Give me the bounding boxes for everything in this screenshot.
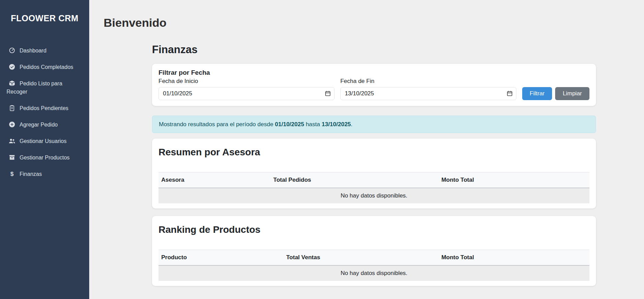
sidebar-item-pedidos-pendientes[interactable]: Pedidos Pendientes — [0, 100, 89, 117]
users-icon — [9, 137, 15, 144]
ranking-empty-message: No hay datos disponibles. — [159, 265, 589, 281]
table-row: No hay datos disponibles. — [159, 188, 589, 203]
summary-col-asesora: Asesora — [159, 172, 271, 188]
sidebar-item-label: Gestionar Usuarios — [20, 138, 67, 144]
dollar-icon: $ — [9, 170, 15, 178]
calendar-icon[interactable] — [506, 90, 513, 97]
summary-card-title: Resumen por Asesora — [159, 146, 589, 158]
plus-circle-icon — [9, 121, 15, 128]
sidebar-item-label: Dashboard — [20, 48, 46, 53]
sidebar-item-gestionar-productos[interactable]: Gestionar Productos — [0, 150, 89, 166]
sidebar-item-agregar-pedido[interactable]: Agregar Pedido — [0, 117, 89, 133]
box-open-icon — [9, 80, 15, 87]
clear-button[interactable]: Limpiar — [555, 87, 589, 100]
alert-text: . — [351, 121, 353, 128]
summary-empty-message: No hay datos disponibles. — [159, 188, 589, 203]
ranking-col-total-ventas: Total Ventas — [283, 250, 438, 266]
sidebar-item-pedido-listo-para-recoger[interactable]: Pedido Listo para Recoger — [0, 75, 89, 100]
sidebar-item-gestionar-usuarios[interactable]: Gestionar Usuarios — [0, 133, 89, 150]
sidebar-item-finanzas[interactable]: $Finanzas — [0, 166, 89, 182]
ranking-card: Ranking de Productos Producto Total Vent… — [152, 216, 596, 286]
summary-table-header-row: Asesora Total Pedidos Monto Total — [159, 172, 589, 188]
summary-col-monto-total: Monto Total — [438, 172, 589, 188]
alert-text: Mostrando resultados para el período des… — [159, 121, 275, 128]
filter-card: Filtrar por Fecha Fecha de Inicio Fecha … — [152, 64, 596, 106]
check-circle-icon — [9, 63, 15, 70]
sidebar-item-label: Pedidos Completados — [20, 64, 73, 70]
welcome-heading: Bienvenido — [104, 16, 644, 29]
content-container: Finanzas Filtrar por Fecha Fecha de Inic… — [152, 43, 596, 286]
sidebar-nav: Dashboard Pedidos Completados Pedido Lis… — [0, 43, 89, 182]
start-date-field: Fecha de Inicio — [159, 77, 335, 100]
ranking-col-producto: Producto — [159, 250, 283, 266]
summary-col-total-pedidos: Total Pedidos — [271, 172, 439, 188]
ranking-table: Producto Total Ventas Monto Total No hay… — [159, 250, 589, 281]
alert-text: hasta — [304, 121, 321, 128]
sidebar-item-pedidos-completados[interactable]: Pedidos Completados — [0, 59, 89, 75]
ranking-table-header-row: Producto Total Ventas Monto Total — [159, 250, 589, 266]
sidebar-item-dashboard[interactable]: Dashboard — [0, 43, 89, 59]
page-title: Finanzas — [152, 43, 596, 56]
summary-table: Asesora Total Pedidos Monto Total No hay… — [159, 172, 589, 203]
start-date-input[interactable] — [159, 87, 335, 100]
filter-row: Fecha de Inicio Fecha de Fin — [159, 77, 589, 100]
filter-title: Filtrar por Fecha — [159, 69, 589, 77]
ranking-col-monto-total: Monto Total — [438, 250, 589, 266]
alert-start-date: 01/10/2025 — [275, 121, 304, 128]
filter-button[interactable]: Filtrar — [522, 87, 552, 100]
summary-card: Resumen por Asesora Asesora Total Pedido… — [152, 139, 596, 208]
end-date-input[interactable] — [340, 87, 516, 100]
dashboard-icon — [9, 47, 15, 54]
start-date-label: Fecha de Inicio — [159, 77, 335, 85]
box-icon — [9, 154, 15, 161]
table-row: No hay datos disponibles. — [159, 265, 589, 281]
ranking-card-title: Ranking de Productos — [159, 224, 589, 236]
filter-buttons: Filtrar Limpiar — [522, 87, 589, 100]
sidebar-item-label: Agregar Pedido — [20, 122, 58, 128]
calendar-icon[interactable] — [325, 90, 331, 97]
sidebar-item-label: Pedidos Pendientes — [20, 105, 68, 111]
date-range-alert: Mostrando resultados para el período des… — [152, 116, 596, 133]
sidebar: FLOOWER CRM Dashboard Pedidos Completado… — [0, 0, 89, 299]
main-content: Bienvenido Finanzas Filtrar por Fecha Fe… — [89, 0, 644, 299]
app-title: FLOOWER CRM — [0, 0, 89, 23]
clipboard-icon — [9, 105, 15, 111]
start-date-wrap — [159, 87, 335, 100]
end-date-field: Fecha de Fin — [340, 77, 516, 100]
sidebar-item-label: Finanzas — [20, 171, 42, 177]
end-date-label: Fecha de Fin — [340, 77, 516, 85]
alert-end-date: 13/10/2025 — [321, 121, 351, 128]
sidebar-item-label: Gestionar Productos — [20, 155, 70, 160]
end-date-wrap — [340, 87, 516, 100]
